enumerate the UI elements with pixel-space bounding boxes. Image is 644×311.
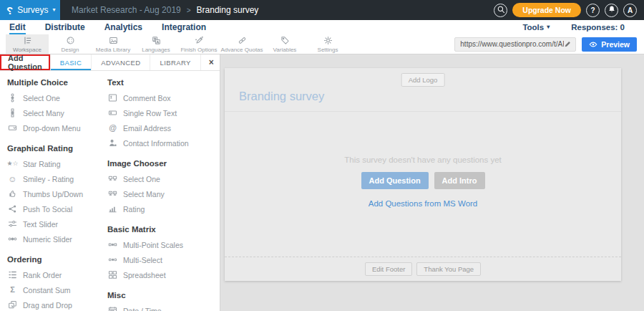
spreadsheet-icon bbox=[107, 270, 118, 279]
question-type-graphical-rating-smiley-rating[interactable]: ☺Smiley - Rating bbox=[7, 171, 107, 186]
toolbar-item-label: Languages bbox=[142, 47, 170, 53]
image-many-icon bbox=[107, 189, 118, 198]
toolbar-item-workspace[interactable]: Workspace bbox=[6, 34, 49, 54]
question-type-image-chooser-select-one[interactable]: Select One bbox=[107, 171, 219, 186]
canvas-add-question-button[interactable]: Add Question bbox=[361, 172, 429, 189]
close-panel-button[interactable]: × bbox=[200, 54, 222, 70]
question-type-graphical-rating-push-to-social[interactable]: Push To Social bbox=[7, 201, 107, 216]
toolbar-item-variables[interactable]: Variables bbox=[263, 34, 306, 54]
survey-url-value: https://www.questionpro.com/t/APNrFZ bbox=[460, 40, 564, 48]
add-logo-button[interactable]: Add Logo bbox=[401, 73, 445, 87]
toolbar-item-settings[interactable]: Settings bbox=[306, 34, 349, 54]
section-title-ordering: Ordering bbox=[7, 255, 107, 264]
nav-tab-edit[interactable]: Edit bbox=[9, 21, 26, 34]
question-types-column-1: Multiple ChoiceSelect OneSelect ManyDrop… bbox=[7, 71, 107, 311]
notifications-button[interactable] bbox=[605, 4, 618, 17]
edit-footer-button[interactable]: Edit Footer bbox=[365, 262, 412, 276]
star-icon: ★☆ bbox=[7, 161, 18, 167]
question-type-basic-matrix-multi-select[interactable]: Multi-Select bbox=[107, 252, 219, 267]
question-type-misc-date-time[interactable]: Date / Time bbox=[107, 303, 219, 311]
slider-icon bbox=[7, 219, 18, 229]
close-icon: × bbox=[209, 57, 214, 67]
search-button[interactable] bbox=[494, 4, 507, 17]
canvas-add-intro-button[interactable]: Add Intro bbox=[434, 172, 485, 189]
nav-tab-analytics[interactable]: Analytics bbox=[104, 21, 142, 34]
toolbar-item-languages[interactable]: Languages bbox=[135, 34, 177, 54]
thank-you-page-button[interactable]: Thank You Page bbox=[416, 262, 481, 276]
question-type-text-comment-box[interactable]: Comment Box bbox=[107, 90, 219, 105]
questionpro-logo-icon: ? bbox=[6, 4, 13, 16]
radio-icon bbox=[7, 93, 18, 102]
question-type-multiple-choice-select-many[interactable]: Select Many bbox=[7, 105, 107, 120]
tools-menu[interactable]: Tools ▾ bbox=[522, 23, 550, 32]
settings-icon bbox=[323, 36, 333, 46]
surveys-menu-label: Surveys bbox=[17, 5, 48, 15]
account-avatar[interactable]: A bbox=[623, 4, 637, 17]
question-type-multiple-choice-drop-down-menu[interactable]: Drop-down Menu bbox=[7, 120, 107, 135]
image-rating-icon bbox=[107, 204, 118, 214]
toolbar-item-label: Settings bbox=[318, 47, 338, 53]
toolbar-item-finish-options[interactable]: Finish Options bbox=[177, 34, 220, 54]
at-icon: @ bbox=[107, 124, 118, 132]
single-row-icon bbox=[107, 108, 118, 118]
variables-icon bbox=[280, 36, 290, 46]
toolbar-item-advance-quotas[interactable]: Advance Quotas bbox=[220, 34, 263, 54]
question-type-text-contact-information[interactable]: Contact Information bbox=[107, 135, 219, 150]
surveys-product-menu[interactable]: ? Surveys ▾ bbox=[0, 0, 60, 20]
toolbar-item-label: Advance Quotas bbox=[220, 47, 263, 53]
section-title-multiple-choice: Multiple Choice bbox=[7, 78, 107, 87]
question-type-label: Single Row Text bbox=[123, 109, 177, 118]
question-type-label: Contact Information bbox=[123, 139, 189, 148]
numeric-slider-icon bbox=[7, 234, 18, 244]
question-types-panel: Add Question BASICADVANCEDLIBRARY × Mult… bbox=[0, 54, 220, 311]
survey-canvas: Add Logo Branding survey This survey doe… bbox=[225, 68, 621, 281]
breadcrumb-parent[interactable]: Market Research - Aug 2019 bbox=[72, 5, 181, 15]
question-type-graphical-rating-numeric-slider[interactable]: Numeric Slider bbox=[7, 231, 107, 247]
nav-tab-integration[interactable]: Integration bbox=[162, 21, 206, 34]
section-navbar: EditDistributeAnalyticsIntegration Tools… bbox=[0, 20, 644, 34]
question-type-ordering-rank-order[interactable]: Rank Order bbox=[7, 267, 107, 282]
pencil-icon[interactable] bbox=[564, 40, 572, 48]
question-type-ordering-constant-sum[interactable]: ΣConstant Sum bbox=[7, 282, 107, 297]
question-type-label: Thumbs Up/Down bbox=[23, 190, 83, 198]
survey-url-field[interactable]: https://www.questionpro.com/t/APNrFZ bbox=[454, 37, 576, 52]
thumbs-icon bbox=[7, 189, 18, 198]
languages-icon bbox=[152, 36, 161, 46]
survey-title[interactable]: Branding survey bbox=[239, 90, 324, 103]
question-type-label: Date / Time bbox=[123, 307, 162, 311]
question-type-basic-matrix-spreadsheet[interactable]: Spreadsheet bbox=[107, 267, 219, 282]
panel-tab-basic[interactable]: BASIC bbox=[50, 54, 92, 70]
question-type-basic-matrix-multi-point-scales[interactable]: Multi-Point Scales bbox=[107, 237, 219, 252]
question-type-image-chooser-rating[interactable]: Rating bbox=[107, 201, 219, 216]
question-panel-body: Multiple ChoiceSelect OneSelect ManyDrop… bbox=[0, 71, 220, 311]
toolbar-item-design[interactable]: Design bbox=[49, 34, 92, 54]
question-type-text-email-address[interactable]: @Email Address bbox=[107, 120, 219, 135]
chevron-down-icon: ▾ bbox=[53, 7, 56, 13]
share-icon bbox=[7, 204, 18, 214]
toolbar-item-media-library[interactable]: Media Library bbox=[92, 34, 135, 54]
add-questions-ms-word-link[interactable]: Add Questions from MS Word bbox=[225, 199, 621, 208]
question-mark-icon: ? bbox=[590, 6, 595, 14]
dropdown-icon bbox=[7, 123, 18, 133]
question-type-multiple-choice-select-one[interactable]: Select One bbox=[7, 90, 107, 105]
question-type-graphical-rating-star-rating[interactable]: ★☆Star Rating bbox=[7, 156, 107, 171]
question-type-label: Multi-Point Scales bbox=[123, 241, 183, 249]
finish-options-icon bbox=[195, 36, 204, 46]
add-question-button[interactable]: Add Question bbox=[0, 54, 50, 70]
advance-quotas-icon bbox=[238, 36, 247, 46]
responses-count[interactable]: Responses: 0 bbox=[571, 23, 625, 32]
question-type-ordering-drag-and-drop[interactable]: Drag and Drop bbox=[7, 297, 107, 311]
question-type-graphical-rating-text-slider[interactable]: Text Slider bbox=[7, 216, 107, 231]
panel-tab-advanced[interactable]: ADVANCED bbox=[91, 54, 150, 70]
panel-tab-library[interactable]: LIBRARY bbox=[150, 54, 200, 70]
question-type-text-single-row-text[interactable]: Single Row Text bbox=[107, 105, 219, 120]
upgrade-now-button[interactable]: Upgrade Now bbox=[512, 3, 581, 17]
question-type-image-chooser-select-many[interactable]: Select Many bbox=[107, 186, 219, 201]
nav-tab-distribute[interactable]: Distribute bbox=[45, 21, 85, 34]
empty-state-actions: Add Question Add Intro bbox=[225, 172, 621, 189]
question-type-label: Star Rating bbox=[23, 160, 61, 168]
question-type-label: Drag and Drop bbox=[23, 301, 72, 310]
preview-button[interactable]: Preview bbox=[582, 37, 637, 52]
question-type-graphical-rating-thumbs-up-down[interactable]: Thumbs Up/Down bbox=[7, 186, 107, 201]
help-button[interactable]: ? bbox=[586, 4, 600, 17]
